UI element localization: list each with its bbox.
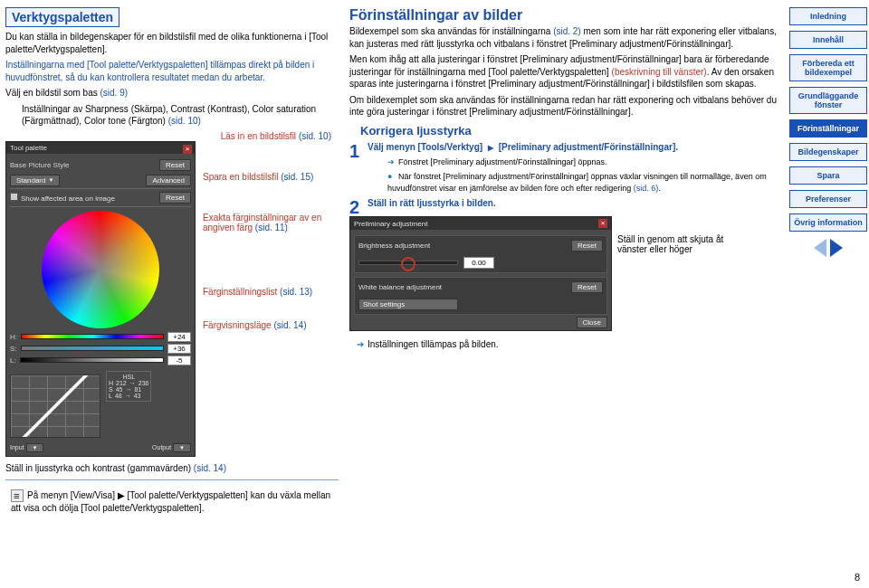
label-exact-color: Exakta färginställningar av en angiven f… <box>203 213 339 232</box>
step-2-text: Ställ in rätt ljusstyrka i bilden. <box>368 197 782 210</box>
nav-save[interactable]: Spara <box>789 166 867 185</box>
close-button[interactable]: Close <box>577 317 607 328</box>
advanced-button[interactable]: Advanced <box>146 175 191 186</box>
nav-presets[interactable]: Förinställningar <box>789 119 867 138</box>
lightness-slider[interactable] <box>20 357 164 363</box>
pa-title: Preliminary adjustment <box>354 220 427 228</box>
nav-intro[interactable]: Inledning <box>789 7 867 25</box>
sidebar-nav: Inledning Innehåll Förbereda ett bildexe… <box>788 0 869 588</box>
heading-presets: Förinställningar av bilder <box>349 7 782 24</box>
prev-page-icon[interactable] <box>814 239 826 257</box>
brightness-label: Brightness adjustment <box>358 242 430 250</box>
label-read-stylefile: Läs in en bildstilsfil (sid. 10) <box>5 131 339 141</box>
close-icon[interactable]: × <box>598 219 607 228</box>
brightness-slider[interactable] <box>358 261 458 265</box>
step-1-text: Välj menyn [Tools/Verktyg] [Preliminary … <box>368 141 782 154</box>
gamma-note: Ställ in ljusstyrka och kontrast (gammav… <box>5 462 339 475</box>
nav-properties[interactable]: Bildegenskaper <box>789 143 867 161</box>
input-mode-dropdown[interactable] <box>26 443 44 452</box>
step-1-sub-2: När fönstret [Preliminary adjustment/För… <box>368 171 782 193</box>
base-style-dropdown[interactable]: Standard <box>10 175 60 186</box>
show-affected-checkbox[interactable] <box>10 193 18 201</box>
close-icon[interactable]: × <box>183 145 192 154</box>
brightness-value[interactable]: 0.00 <box>463 257 494 269</box>
nav-prefs[interactable]: Preferenser <box>789 190 867 208</box>
output-mode-dropdown[interactable] <box>173 443 191 452</box>
hue-slider[interactable] <box>21 334 164 339</box>
brightness-reset-button[interactable]: Reset <box>571 240 603 251</box>
presets-paragraph-3: Om bildexemplet som ska användas för ins… <box>349 94 782 119</box>
hsl-values: HSL H212→236 S45→81 L48→43 <box>106 371 151 402</box>
label-color-mode: Färgvisningsläge (sid. 14) <box>203 320 339 330</box>
bullet-base-style: Välj en bildstil som bas (sid. 9) <box>5 87 339 100</box>
label-save-stylefile: Spara en bildstilsfil (sid. 15) <box>203 172 339 182</box>
wb-label: White balance adjustment <box>358 283 442 291</box>
heading-tool-palette: Verktygspaletten <box>5 7 119 27</box>
step-number-1: 1 <box>349 141 359 162</box>
presets-paragraph-2: Men kom ihåg att alla justeringar i föns… <box>349 53 782 90</box>
footer-view-note: På menyn [View/Visa] ▶ [Tool palette/Ver… <box>5 489 339 515</box>
color-wheel[interactable] <box>42 211 159 328</box>
reset-button[interactable]: Reset <box>159 159 191 171</box>
nav-windows[interactable]: Grundläggande fönster <box>789 87 867 114</box>
wb-reset-button[interactable]: Reset <box>571 281 603 293</box>
drag-note: Ställ in genom att skjuta åt vänster ell… <box>617 234 744 254</box>
nav-contents[interactable]: Innehåll <box>789 31 867 49</box>
tool-palette-intro-1: Du kan ställa in bildegenskaper för en b… <box>5 31 339 55</box>
nav-prepare[interactable]: Förbereda ett bildexempel <box>789 54 867 81</box>
base-style-label: Base Picture Style <box>10 161 69 169</box>
tool-palette-panel: Tool palette× Base Picture Style Reset S… <box>5 141 196 457</box>
step-number-2: 2 <box>349 197 359 218</box>
saturation-slider[interactable] <box>21 346 164 351</box>
page-number: 8 <box>855 572 860 583</box>
next-page-icon[interactable] <box>830 239 843 257</box>
step-1-sub-1: Fönstret [Preliminary adjustment/Förinst… <box>368 156 782 167</box>
note-icon <box>11 489 24 502</box>
wb-dropdown[interactable]: Shot settings <box>358 299 458 310</box>
bullet-sharpness: Inställningar av Sharpness (Skärpa), Con… <box>5 103 339 128</box>
tone-curve[interactable] <box>10 375 100 438</box>
applied-note: Inställningen tillämpas på bilden. <box>349 338 782 351</box>
preliminary-adjustment-panel: Preliminary adjustment× Brightness adjus… <box>349 216 612 331</box>
heading-correct-brightness: Korrigera ljusstyrka <box>360 124 782 138</box>
tool-palette-title: Tool palette <box>10 144 47 152</box>
nav-other[interactable]: Övrig information <box>789 213 867 232</box>
label-color-list: Färginställningslist (sid. 13) <box>203 287 339 297</box>
reset-button-2[interactable]: Reset <box>159 192 191 204</box>
tool-palette-intro-2: Inställningarna med [Tool palette/Verkty… <box>5 59 339 83</box>
presets-paragraph-1: Bildexempel som ska användas för inställ… <box>349 25 782 50</box>
